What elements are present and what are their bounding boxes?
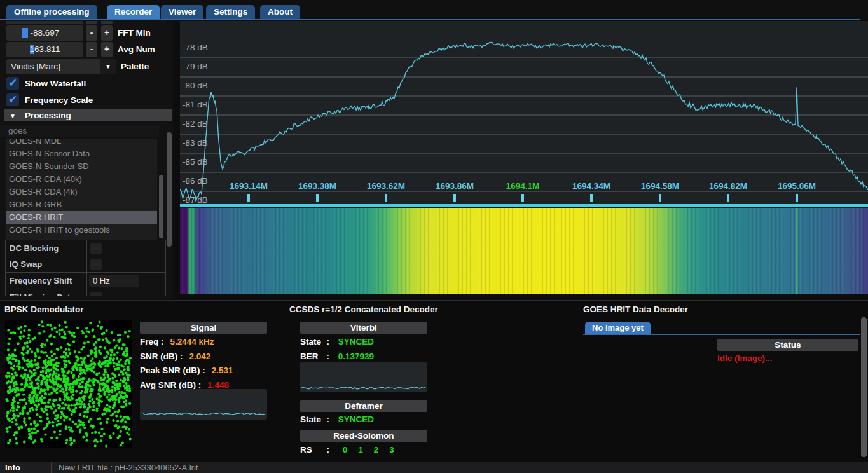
setting-checkbox[interactable] [90,292,102,296]
constellation-dot [10,331,12,334]
constellation-dot [95,373,98,376]
constellation-dot [100,326,103,328]
tab-recorder[interactable]: Recorder [107,5,160,19]
sidebar-scrollbar[interactable] [167,132,172,247]
constellation-dot [22,335,25,338]
constellation-dot [90,393,92,395]
setting-checkbox[interactable] [90,243,102,254]
goes-panel-scrollbar[interactable] [861,317,867,457]
constellation-dot [65,360,67,363]
viterbi-ber-row: BER: 0.137939 [300,352,374,361]
constellation-dot [117,334,120,336]
setting-checkbox[interactable] [90,259,102,270]
constellation-dot [61,336,64,338]
pipeline-item-goes-r-grb[interactable]: GOES-R GRB [6,198,157,211]
pipeline-item-goes-n-mdl[interactable]: GOES-N MDL [6,139,157,147]
constellation-dot [120,379,122,381]
constellation-dot [123,401,125,403]
constellation-dot [93,363,96,366]
constellation-dot [63,419,65,422]
constellation-dot [90,362,93,365]
list-scrollbar[interactable] [159,175,163,238]
constellation-dot [81,348,83,350]
show-waterfall-row[interactable]: ✔ Show Waterfall [6,77,86,90]
constellation-dot [41,320,43,323]
constellation-dot [31,360,33,362]
constellation-dot [89,400,92,402]
constellation-dot [11,402,14,404]
constellation-dot [64,398,66,401]
tab-offline-processing[interactable]: Offline processing [6,5,97,19]
constellation-dot [34,359,36,362]
setting-label: Frequency Shift [10,273,72,289]
avg-num-decrement-button[interactable]: - [86,42,97,57]
frequency-scale-row[interactable]: ✔ Frequency Scale [6,93,93,106]
constellation-dot [33,374,36,376]
selected-text: 1 [30,45,35,54]
constellation-dot [125,395,128,398]
pipeline-settings-table: DC BlockingIQ SwapFrequency Shift0 HzFil… [5,240,166,296]
constellation-dot [79,429,81,432]
setting-input[interactable]: 0 Hz [89,275,139,287]
pipeline-search-input[interactable]: goes [0,125,159,137]
chevron-down-icon[interactable]: ▼ [100,59,116,74]
rs-value: 3 [389,445,394,455]
pipeline-item-goes-r-cda-40k-[interactable]: GOES-R CDA (40k) [6,173,157,186]
constellation-dot [64,375,67,378]
constellation-dot [112,407,114,409]
constellation-dot [99,422,102,425]
constellation-dot [38,332,41,335]
pipeline-item-goes-r-cda-4k-[interactable]: GOES-R CDA (4k) [6,186,157,198]
avg-num-increment-button[interactable]: + [101,42,113,57]
avg-num-label: Avg Num [118,42,155,57]
constellation-dot [40,383,43,386]
constellation-dot [64,321,67,324]
constellation-dot [7,417,10,420]
constellation-dot [116,427,119,430]
constellation-dot [64,416,66,418]
fft-min-input[interactable]: -88.697 [6,25,83,41]
constellation-dot [105,445,107,448]
constellation-dot [48,399,51,401]
tab-viewer[interactable]: Viewer [161,5,203,19]
constellation-dot [55,331,58,333]
constellation-dot [72,383,74,385]
constellation-dot [30,423,32,426]
goes-tab-underline [583,334,860,335]
checkbox-checked-icon[interactable]: ✔ [6,77,19,90]
constellation-dot [81,396,84,399]
pipeline-item-goes-r-hrit[interactable]: GOES-R HRIT [6,211,157,224]
constellation-dot [27,428,30,430]
constellation-dot [24,325,27,327]
constellation-dot [59,399,61,401]
constellation-dot [102,339,104,341]
fft-spectrum-plot[interactable]: 1693.14M1693.38M1693.62M1693.86M1694.1M1… [180,21,868,207]
constellation-dot [46,339,48,342]
deframer-header: Deframer [300,400,427,412]
constellation-dot [12,376,15,379]
tab-no-image-yet[interactable]: No image yet [585,322,651,334]
palette-combo[interactable]: Viridis [Marc] ▼ [6,59,116,74]
fft-min-decrement-button[interactable]: - [86,25,97,41]
constellation-dot [94,431,97,434]
avg-num-input[interactable]: 163.811 [6,42,83,57]
pipeline-item-goes-n-sounder-sd[interactable]: GOES-N Sounder SD [6,160,157,173]
waterfall-display[interactable] [180,208,868,294]
constellation-dot [32,391,34,394]
checkbox-checked-icon[interactable]: ✔ [6,93,19,106]
tab-settings[interactable]: Settings [206,5,255,19]
constellation-dot [98,404,100,407]
constellation-dot [13,381,15,384]
constellation-dot [111,331,113,334]
pipeline-item-goes-n-sensor-data[interactable]: GOES-N Sensor Data [6,147,157,160]
constellation-dot [15,437,17,440]
constellation-dot [63,351,65,353]
deframer-state-row: State: SYNCED [300,415,374,424]
pipeline-item-goes-r-hrit-to-goestools[interactable]: GOES-R HRIT to goestools [6,224,157,236]
fft-min-increment-button[interactable]: + [101,25,113,41]
constellation-dot [52,374,54,376]
processing-header[interactable]: ▼Processing [4,109,172,121]
tab-about[interactable]: About [260,5,300,19]
constellation-dot [15,387,18,389]
constellation-dot [79,383,81,385]
